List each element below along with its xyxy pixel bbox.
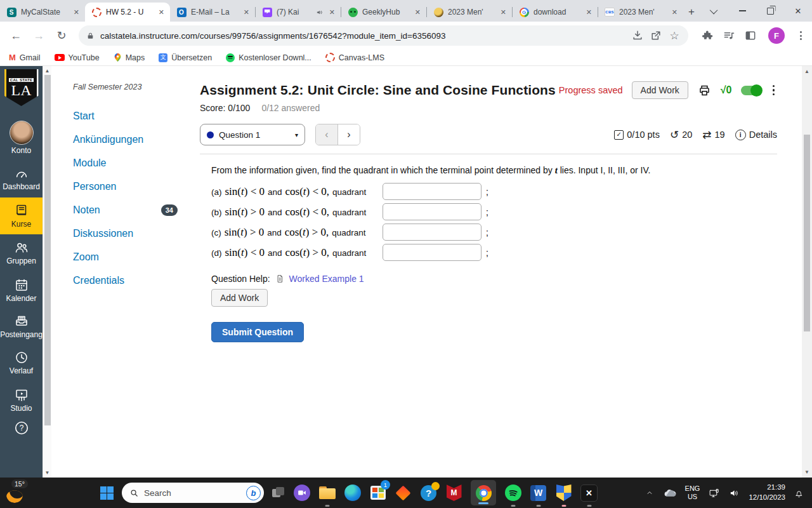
tab-close-icon[interactable]: ✕ xyxy=(413,8,422,17)
course-nav-start[interactable]: Start xyxy=(73,104,178,128)
tab-twitch[interactable]: (7) Kai ✕ xyxy=(256,3,341,22)
network-icon[interactable] xyxy=(708,488,720,498)
tab-download[interactable]: download ✕ xyxy=(513,3,598,22)
course-nav-noten[interactable]: Noten34 xyxy=(73,198,178,222)
submit-question-button[interactable]: Submit Question xyxy=(211,322,304,342)
course-nav-personen[interactable]: Personen xyxy=(73,175,178,198)
nav-item-help[interactable]: ? xyxy=(0,418,43,442)
cal-state-la-logo[interactable]: CAL STATE LA xyxy=(4,69,39,106)
next-question-button[interactable]: › xyxy=(338,124,360,145)
course-nav-diskussionen[interactable]: Diskussionen xyxy=(73,222,178,245)
tab-geeklyhub[interactable]: GeeklyHub ✕ xyxy=(341,3,426,22)
language-indicator[interactable]: ENGUS xyxy=(685,485,700,501)
bookmark-maps[interactable]: Maps xyxy=(114,53,145,62)
nav-item-konto[interactable]: Konto xyxy=(0,115,43,161)
nav-item-studio[interactable]: Studio xyxy=(0,382,43,419)
bookmark-translate[interactable]: 文Übersetzen xyxy=(159,53,212,62)
side-panel-icon[interactable] xyxy=(744,29,757,42)
scrollbar-thumb[interactable] xyxy=(44,75,51,425)
nav-item-posteingang[interactable]: Posteingang xyxy=(0,309,45,344)
window-menu-chevron-icon[interactable] xyxy=(700,0,728,22)
profile-avatar[interactable]: F xyxy=(768,27,785,44)
taskbar-video-app[interactable] xyxy=(293,485,310,502)
nav-item-gruppen[interactable]: Gruppen xyxy=(0,234,43,272)
task-view-button[interactable] xyxy=(272,487,285,498)
undo-attempts-stat[interactable]: ↺20 xyxy=(670,128,692,142)
scroll-up-icon[interactable]: ▲ xyxy=(802,69,812,74)
taskbar-mcafee[interactable]: M xyxy=(445,485,462,502)
bing-chat-icon[interactable]: b xyxy=(246,486,261,500)
taskbar-microsoft-store[interactable]: 1 xyxy=(369,485,386,502)
bookmark-gmail[interactable]: MGmail xyxy=(9,53,41,62)
taskbar-chrome-active[interactable] xyxy=(471,480,496,505)
extensions-puzzle-icon[interactable] xyxy=(701,29,714,42)
nav-item-dashboard[interactable]: Dashboard xyxy=(0,161,43,197)
nav-item-verlauf[interactable]: Verlauf xyxy=(0,344,43,382)
add-work-button-top[interactable]: Add Work xyxy=(632,81,688,99)
tab-close-icon[interactable]: ✕ xyxy=(670,8,679,17)
course-nav-ankuendigungen[interactable]: Ankündigungen xyxy=(73,128,178,151)
start-button[interactable] xyxy=(100,486,114,500)
page-scrollbar[interactable]: ▲ ▼ xyxy=(802,66,812,478)
back-button[interactable]: ← xyxy=(6,26,25,45)
weather-widget[interactable]: 15° xyxy=(5,479,43,507)
tab-2023-men-1[interactable]: 2023 Men' ✕ xyxy=(427,3,512,22)
tray-chevron-up-icon[interactable] xyxy=(645,488,655,497)
bookmark-spotify[interactable]: Kostenloser Downl... xyxy=(226,53,311,62)
taskbar-diamond-app[interactable] xyxy=(395,485,412,502)
tab-close-icon[interactable]: ✕ xyxy=(72,8,81,17)
quadrant-input-c[interactable] xyxy=(383,224,481,241)
tab-hw52-active[interactable]: HW 5.2 - U ✕ xyxy=(85,3,170,22)
share-icon[interactable] xyxy=(650,29,662,42)
quadrant-input-b[interactable] xyxy=(383,203,481,220)
tab-close-icon[interactable]: ✕ xyxy=(157,8,166,17)
taskbar-edge[interactable] xyxy=(344,485,361,502)
course-nav-module[interactable]: Module xyxy=(73,151,178,175)
taskbar-help-app[interactable]: ? xyxy=(420,485,437,502)
nav-item-kalender[interactable]: Kalender xyxy=(0,272,43,309)
taskbar-windows-security[interactable] xyxy=(555,485,572,502)
bookmark-star-icon[interactable]: ☆ xyxy=(668,29,681,42)
taskbar-search[interactable]: Search b xyxy=(122,483,264,503)
volume-icon[interactable] xyxy=(728,488,740,498)
tab-close-icon[interactable]: ✕ xyxy=(499,8,508,17)
notification-bell-icon[interactable] xyxy=(794,488,804,498)
reload-button[interactable]: ↻ xyxy=(52,26,71,45)
bookmark-canvas[interactable]: Canvas-LMS xyxy=(325,53,384,62)
taskbar-word[interactable]: W xyxy=(530,485,547,502)
tab-mycalstate[interactable]: S MyCalState ✕ xyxy=(0,3,85,22)
course-nav-zoom[interactable]: Zoom xyxy=(73,245,178,269)
window-restore-button[interactable] xyxy=(756,0,784,22)
new-tab-button[interactable]: + xyxy=(688,6,695,18)
prev-question-button[interactable]: ‹ xyxy=(316,124,338,145)
scrollbar-thumb[interactable] xyxy=(804,135,810,331)
window-close-button[interactable]: ✕ xyxy=(784,0,812,22)
browser-menu-kebab-icon[interactable] xyxy=(796,31,806,40)
playlist-music-icon[interactable] xyxy=(723,29,735,42)
course-nav-credentials[interactable]: Credentials xyxy=(73,269,178,292)
worked-example-link[interactable]: Worked Example 1 xyxy=(289,274,364,284)
tab-close-icon[interactable]: ✕ xyxy=(242,8,251,17)
forward-button[interactable]: → xyxy=(29,26,48,45)
quadrant-input-d[interactable] xyxy=(383,244,481,261)
quadrant-input-a[interactable] xyxy=(383,183,481,200)
tab-audio-icon[interactable] xyxy=(316,9,323,16)
download-icon[interactable] xyxy=(631,29,644,42)
add-work-button[interactable]: Add Work xyxy=(211,289,268,307)
scroll-up-icon[interactable]: ▲ xyxy=(43,68,51,74)
onedrive-cloud-icon[interactable] xyxy=(663,488,677,498)
reroll-stat[interactable]: ⇄19 xyxy=(702,128,724,142)
inner-scrollbar[interactable]: ▲ ▼ xyxy=(43,66,51,478)
taskbar-spotify[interactable] xyxy=(504,485,521,502)
tab-close-icon[interactable]: ✕ xyxy=(584,8,594,17)
details-link[interactable]: iDetails xyxy=(735,130,777,140)
clock[interactable]: 21:3912/10/2023 xyxy=(749,483,785,502)
tab-close-icon[interactable]: ✕ xyxy=(327,8,337,17)
question-select[interactable]: Question 1 ▾ xyxy=(200,124,305,145)
tab-email[interactable]: O E-Mail – La ✕ xyxy=(170,3,255,22)
math-entry-toggle[interactable] xyxy=(741,86,761,95)
taskbar-capcut[interactable]: ✕ xyxy=(580,485,598,502)
bookmark-youtube[interactable]: YouTube xyxy=(55,53,100,62)
options-kebab-icon[interactable] xyxy=(770,85,778,96)
taskbar-file-explorer[interactable] xyxy=(318,485,336,502)
